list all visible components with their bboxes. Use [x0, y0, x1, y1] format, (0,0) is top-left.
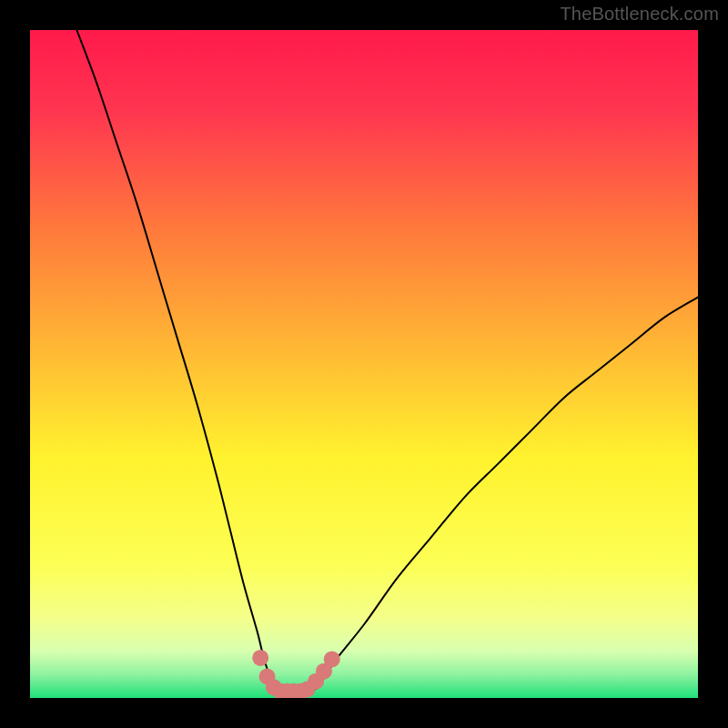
gradient-background: [30, 30, 698, 698]
highlight-dot: [252, 650, 268, 666]
watermark-text: TheBottleneck.com: [560, 4, 719, 25]
chart-svg: [30, 30, 698, 698]
chart-frame: TheBottleneck.com: [0, 0, 728, 728]
highlight-dot: [324, 651, 340, 667]
plot-area: [30, 30, 698, 698]
